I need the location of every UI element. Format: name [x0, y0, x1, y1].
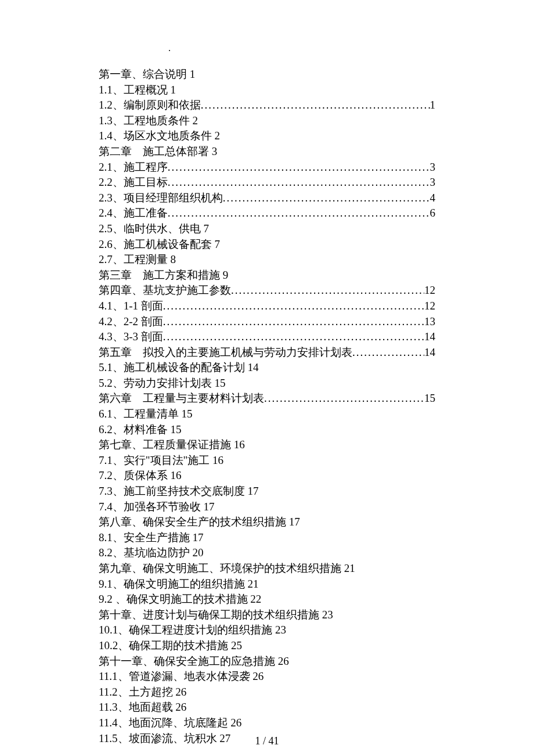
- toc-entry: 9.2 、确保文明施工的技术措施 22: [99, 592, 435, 607]
- toc-entry: 10.2、确保工期的技术措施 25: [99, 638, 435, 654]
- toc-entry-label: 第八章、确保安全生产的技术组织措施 17: [99, 514, 300, 530]
- toc-leader-dots: [168, 175, 430, 190]
- toc-entry-label: 1.1、工程概况 1: [99, 82, 176, 98]
- toc-entry-label: 2.7、工程测量 8: [99, 252, 176, 268]
- toc-entry-label: 2.3、项目经理部组织机构: [99, 190, 223, 206]
- toc-entry-label: 第十一章、确保安全施工的应急措施 26: [99, 654, 289, 669]
- toc-entry: 第十章、进度计划与确保工期的技术组织措施 23: [99, 607, 435, 623]
- toc-entry: 第一章、综合说明 1: [99, 67, 435, 82]
- toc-entry-label: 11.2、土方超挖 26: [99, 685, 186, 700]
- toc-leader-dots: [168, 206, 430, 221]
- toc-leader-dots: [201, 98, 430, 113]
- toc-entry-label: 9.2 、确保文明施工的技术措施 22: [99, 592, 261, 607]
- toc-entry-label: 2.5、临时供水、供电 7: [99, 221, 209, 237]
- toc-entry: 9.1、确保文明施工的组织措施 21: [99, 577, 435, 592]
- toc-entry-label: 第一章、综合说明 1: [99, 67, 195, 82]
- toc-entry: 11.2、土方超挖 26: [99, 685, 435, 700]
- toc-entry: 7.2、质保体系 16: [99, 468, 435, 484]
- toc-entry-label: 4.1、1-1 剖面: [99, 298, 163, 314]
- toc-entry: 2.3、项目经理部组织机构4: [99, 190, 435, 206]
- toc-entry-label: 第七章、工程质量保证措施 16: [99, 437, 245, 453]
- toc-entry: 7.4、加强各环节验收 17: [99, 499, 435, 515]
- toc-entry-page: 14: [424, 329, 435, 345]
- toc-entry-label: 1.4、场区水文地质条件 2: [99, 128, 220, 144]
- toc-entry-label: 2.6、施工机械设备配套 7: [99, 237, 220, 253]
- toc-leader-dots: [231, 283, 424, 298]
- toc-entry-page: 15: [424, 391, 435, 406]
- toc-entry-page: 12: [424, 283, 435, 298]
- toc-entry-label: 第五章 拟投入的主要施工机械与劳动力安排计划表: [99, 345, 352, 361]
- table-of-contents: 第一章、综合说明 11.1、工程概况 11.2、编制原则和依据11.3、工程地质…: [99, 67, 435, 746]
- toc-leader-dots: [352, 345, 424, 361]
- toc-entry: 6.2、材料准备 15: [99, 422, 435, 438]
- toc-entry-page: 3: [430, 175, 436, 190]
- toc-entry: 第十一章、确保安全施工的应急措施 26: [99, 654, 435, 669]
- toc-entry: 7.1、实行"项目法"施工 16: [99, 453, 435, 469]
- toc-entry-page: 12: [424, 298, 435, 314]
- toc-entry: 1.4、场区水文地质条件 2: [99, 128, 435, 144]
- toc-entry: 2.7、工程测量 8: [99, 252, 435, 268]
- toc-entry: 2.2、施工目标3: [99, 175, 435, 190]
- toc-entry-label: 11.4、地面沉降、坑底隆起 26: [99, 715, 241, 731]
- toc-entry-label: 第二章 施工总体部署 3: [99, 144, 217, 160]
- toc-entry: 2.4、施工准备6: [99, 206, 435, 221]
- toc-entry: 8.2、基坑临边防护 20: [99, 545, 435, 561]
- toc-entry-label: 8.2、基坑临边防护 20: [99, 545, 204, 561]
- toc-entry-label: 4.3、3-3 剖面: [99, 329, 163, 345]
- toc-entry-label: 11.3、地面超载 26: [99, 700, 186, 715]
- toc-entry-label: 2.4、施工准备: [99, 206, 168, 221]
- toc-entry-page: 13: [424, 314, 435, 330]
- toc-entry-label: 7.4、加强各环节验收 17: [99, 499, 215, 515]
- toc-entry-label: 7.1、实行"项目法"施工 16: [99, 453, 223, 469]
- toc-leader-dots: [223, 190, 430, 206]
- toc-entry: 11.1、管道渗漏、地表水体浸袭 26: [99, 669, 435, 685]
- toc-entry: 第六章 工程量与主要材料计划表15: [99, 391, 435, 406]
- toc-entry-label: 5.2、劳动力安排计划表 15: [99, 376, 226, 391]
- toc-entry-page: 3: [430, 160, 436, 175]
- toc-entry-page: 6: [430, 206, 436, 221]
- toc-entry: 11.3、地面超载 26: [99, 700, 435, 715]
- toc-entry-page: 14: [424, 345, 435, 361]
- toc-entry: 2.6、施工机械设备配套 7: [99, 237, 435, 253]
- toc-entry: 4.1、1-1 剖面 12: [99, 298, 435, 314]
- toc-entry: 2.1、施工程序3: [99, 160, 435, 175]
- toc-entry-label: 第六章 工程量与主要材料计划表: [99, 391, 264, 406]
- toc-leader-dots: [163, 314, 424, 330]
- toc-entry: 5.2、劳动力安排计划表 15: [99, 376, 435, 391]
- toc-leader-dots: [163, 329, 424, 345]
- toc-entry-label: 4.2、2-2 剖面: [99, 314, 163, 330]
- toc-entry: 5.1、施工机械设备的配备计划 14: [99, 360, 435, 376]
- toc-entry-label: 11.1、管道渗漏、地表水体浸袭 26: [99, 669, 264, 685]
- toc-entry: 第七章、工程质量保证措施 16: [99, 437, 435, 453]
- toc-entry: 第八章、确保安全生产的技术组织措施 17: [99, 514, 435, 530]
- page-footer: 1 / 41: [0, 735, 534, 747]
- header-dot: .: [168, 43, 171, 53]
- toc-entry: 1.3、工程地质条件 2: [99, 113, 435, 129]
- toc-leader-dots: [168, 160, 430, 175]
- toc-entry: 4.2、2-2 剖面 13: [99, 314, 435, 330]
- toc-entry-label: 6.1、工程量清单 15: [99, 406, 193, 422]
- toc-leader-dots: [163, 298, 424, 314]
- toc-entry-label: 7.3、施工前坚持技术交底制度 17: [99, 484, 259, 499]
- toc-entry: 6.1、工程量清单 15: [99, 406, 435, 422]
- toc-entry-label: 10.2、确保工期的技术措施 25: [99, 638, 242, 654]
- toc-entry-label: 2.2、施工目标: [99, 175, 168, 190]
- toc-entry: 8.1、安全生产措施 17: [99, 530, 435, 546]
- toc-entry-label: 2.1、施工程序: [99, 160, 168, 175]
- toc-leader-dots: [264, 391, 424, 406]
- toc-entry: 10.1、确保工程进度计划的组织措施 23: [99, 622, 435, 638]
- toc-entry: 第四章、基坑支护施工参数12: [99, 283, 435, 298]
- toc-entry-label: 7.2、质保体系 16: [99, 468, 182, 484]
- toc-entry-label: 9.1、确保文明施工的组织措施 21: [99, 577, 259, 592]
- toc-entry-label: 第十章、进度计划与确保工期的技术组织措施 23: [99, 607, 333, 623]
- toc-entry-page: 4: [430, 190, 436, 206]
- toc-entry-label: 8.1、安全生产措施 17: [99, 530, 204, 546]
- toc-entry-label: 第三章 施工方案和措施 9: [99, 268, 228, 283]
- toc-entry-label: 1.3、工程地质条件 2: [99, 113, 198, 129]
- toc-entry: 第五章 拟投入的主要施工机械与劳动力安排计划表14: [99, 345, 435, 361]
- toc-entry: 2.5、临时供水、供电 7: [99, 221, 435, 237]
- toc-entry: 11.4、地面沉降、坑底隆起 26: [99, 715, 435, 731]
- toc-entry-label: 5.1、施工机械设备的配备计划 14: [99, 360, 259, 376]
- toc-entry-page: 1: [430, 98, 436, 113]
- toc-entry: 第三章 施工方案和措施 9: [99, 268, 435, 283]
